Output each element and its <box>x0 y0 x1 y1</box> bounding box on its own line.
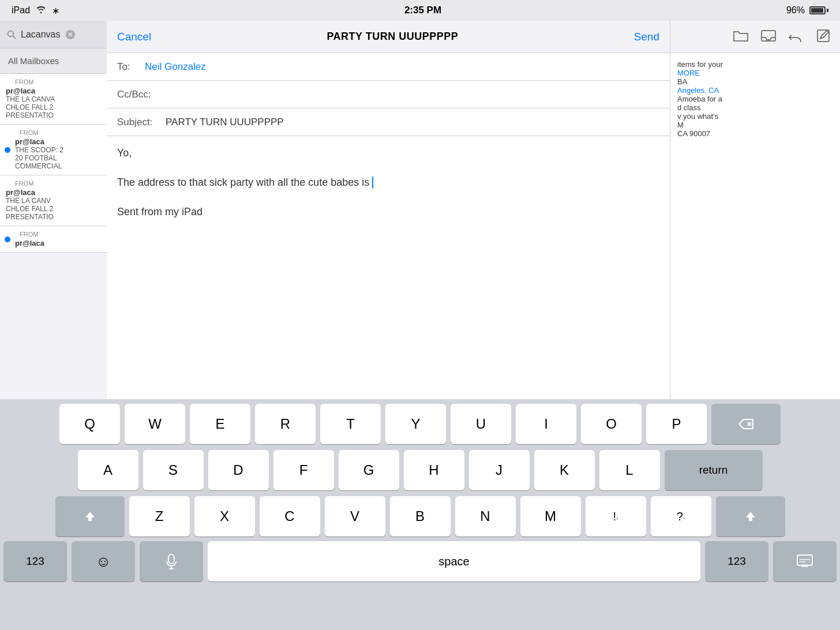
key-a[interactable]: A <box>78 450 138 490</box>
ccbcc-label: Cc/Bcc: <box>117 89 151 100</box>
folder-icon[interactable] <box>733 29 749 44</box>
bluetooth-icon: ∗ <box>52 5 59 16</box>
location-link[interactable]: Angeles, CA <box>677 86 719 95</box>
compose-ccbcc-field[interactable]: Cc/Bcc: <box>107 81 670 108</box>
more-link[interactable]: MORE <box>677 69 700 77</box>
compose-title: PARTY TURN UUUPPPPP <box>327 31 458 43</box>
key-emoji[interactable]: ☺ <box>72 541 135 582</box>
right-text-6: CA 90007 <box>677 129 833 138</box>
key-exclaim[interactable]: !, <box>586 496 646 537</box>
status-bar: iPad ∗ 2:35 PM 96% <box>0 0 840 21</box>
to-label: To: <box>117 61 140 73</box>
key-x[interactable]: X <box>194 496 255 537</box>
reply-icon[interactable] <box>788 29 804 44</box>
key-s[interactable]: S <box>143 450 204 490</box>
right-toolbar <box>670 21 840 53</box>
cancel-button[interactable]: Cancel <box>117 31 151 43</box>
svg-rect-6 <box>168 554 174 564</box>
right-text-5: M <box>677 121 833 129</box>
key-p[interactable]: P <box>646 404 707 444</box>
key-b[interactable]: B <box>390 496 451 537</box>
right-content: items for your MORE BA Angeles, CA Amoeb… <box>670 53 840 145</box>
mail-item-3[interactable]: FROM pr@laca <box>0 226 107 253</box>
subject-value: PARTY TURN UUUPPPPP <box>166 117 284 128</box>
key-f[interactable]: F <box>273 450 334 490</box>
key-v[interactable]: V <box>325 496 385 537</box>
all-mailboxes-button[interactable]: All Mailboxes <box>0 48 107 74</box>
text-cursor <box>372 177 373 188</box>
key-d[interactable]: D <box>208 450 269 490</box>
to-value: Neil Gonzalez <box>145 61 206 73</box>
key-space[interactable]: space <box>208 541 700 582</box>
mail-preview-2: CHLOE FALL 2 <box>6 103 101 111</box>
mail-from-label-2: FROM <box>6 129 101 136</box>
key-m[interactable]: M <box>520 496 581 537</box>
key-w[interactable]: W <box>125 404 185 444</box>
key-z[interactable]: Z <box>129 496 190 537</box>
key-r[interactable]: R <box>255 404 316 444</box>
key-i[interactable]: I <box>516 404 576 444</box>
keyboard-rows: Q W E R T Y U I O P A S D F G H J K L re… <box>0 399 840 537</box>
key-n[interactable]: N <box>455 496 516 537</box>
key-y[interactable]: Y <box>385 404 446 444</box>
key-q[interactable]: Q <box>59 404 120 444</box>
svg-text:✕: ✕ <box>68 31 73 39</box>
battery-percent: 96% <box>786 5 805 16</box>
mail-preview-1: THE LA CANVA <box>6 95 101 103</box>
mail-from-label-4: FROM <box>6 231 101 238</box>
key-g[interactable]: G <box>339 450 399 490</box>
mail-item[interactable]: FROM pr@laca THE LA CANVA CHLOE FALL 2 P… <box>0 74 107 125</box>
key-question[interactable]: ?. <box>651 496 711 537</box>
mail-preview-3: PRESENTATIO <box>6 111 101 119</box>
subject-label: Subject: <box>117 117 163 128</box>
mail-preview-9: PRESENTATIO <box>6 213 101 221</box>
key-123-left[interactable]: 123 <box>3 541 67 582</box>
mail-preview-7: THE LA CANV <box>6 197 101 205</box>
status-right: 96% <box>786 5 828 16</box>
sidebar-search[interactable]: Lacanvas ✕ <box>0 21 107 48</box>
right-ba: BA <box>677 77 833 86</box>
clear-icon[interactable]: ✕ <box>65 29 76 40</box>
key-keyboard-dismiss[interactable] <box>773 541 837 582</box>
keyboard-bottom-row: 123 ☺ space 123 <box>0 537 840 587</box>
key-123-right[interactable]: 123 <box>705 541 768 582</box>
mail-preview-8: CHLOE FALL 2 <box>6 205 101 213</box>
body-line3: Sent from my iPad <box>117 204 659 220</box>
send-button[interactable]: Send <box>634 31 659 43</box>
body-line1: Yo, <box>117 145 659 161</box>
mail-from-label-3: FROM <box>6 180 101 187</box>
key-u[interactable]: U <box>451 404 511 444</box>
mail-sender-3: pr@laca <box>6 188 101 197</box>
return-key[interactable]: return <box>665 450 763 490</box>
compose-to-field[interactable]: To: Neil Gonzalez <box>107 53 670 81</box>
search-text: Lacanvas <box>21 29 61 40</box>
battery-icon <box>809 6 828 14</box>
key-h[interactable]: H <box>404 450 464 490</box>
mail-from-label: FROM <box>6 78 101 85</box>
mail-preview-6: COMMERCIAL <box>6 162 101 170</box>
shift-left-key[interactable] <box>55 496 125 537</box>
compose-subject-field[interactable]: Subject: PARTY TURN UUUPPPPP <box>107 108 670 136</box>
mail-item-unread[interactable]: FROM pr@laca THE SCOOP: 2 20 FOOTBAL COM… <box>0 125 107 175</box>
keyboard: Q W E R T Y U I O P A S D F G H J K L re… <box>0 399 840 630</box>
backspace-key[interactable] <box>711 404 781 444</box>
shift-right-key[interactable] <box>716 496 785 537</box>
svg-rect-9 <box>797 555 812 565</box>
mail-sender-4: pr@laca <box>6 239 101 247</box>
wifi-icon <box>36 5 46 16</box>
mail-item-2[interactable]: FROM pr@laca THE LA CANV CHLOE FALL 2 PR… <box>0 175 107 226</box>
key-mic[interactable] <box>140 541 203 582</box>
key-o[interactable]: O <box>581 404 642 444</box>
ipad-label: iPad <box>12 5 30 16</box>
right-text-4: v you what's <box>677 112 833 121</box>
key-l[interactable]: L <box>599 450 660 490</box>
compose-icon[interactable] <box>816 28 831 46</box>
body-line2: The address to that sick party with all … <box>117 175 659 190</box>
search-icon <box>7 30 16 39</box>
key-j[interactable]: J <box>469 450 530 490</box>
key-t[interactable]: T <box>320 404 381 444</box>
key-k[interactable]: K <box>534 450 595 490</box>
key-c[interactable]: C <box>260 496 320 537</box>
inbox-icon[interactable] <box>760 29 777 44</box>
key-e[interactable]: E <box>190 404 250 444</box>
